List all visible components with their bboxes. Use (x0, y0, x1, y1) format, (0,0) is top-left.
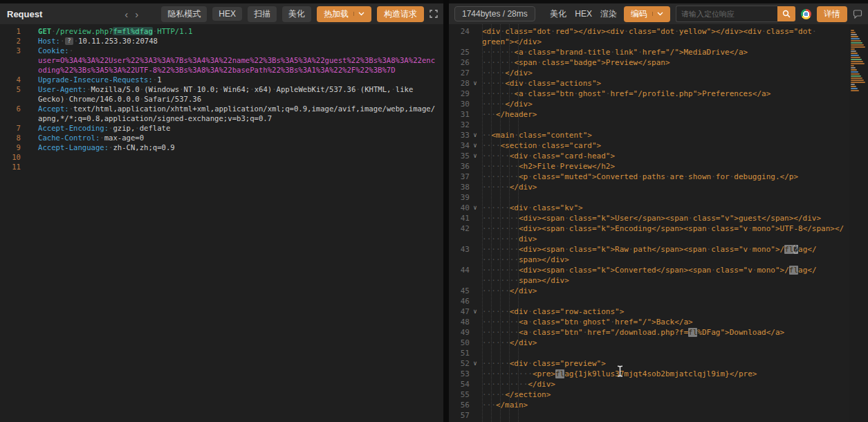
code-line[interactable]: 53···········<pre>flag{1jk9llus37mjqt4so… (449, 369, 868, 379)
code-line[interactable]: 6Accept:·text/html,application/xhtml+xml… (0, 104, 443, 113)
code-line[interactable]: 8Cache-Control:·max-age=0 (0, 133, 443, 143)
fold-chevron-icon[interactable]: ∨ (470, 306, 481, 317)
code-line[interactable]: 31···</header> (449, 109, 868, 120)
fold-chevron-icon[interactable]: ∨ (470, 140, 481, 151)
code-line[interactable]: user=O%3A4%3A%22User%22%3A3%3A%7Bs%3A4%3… (0, 55, 443, 65)
code-line[interactable]: 28∨·····<div·class="actions"> (449, 78, 868, 89)
code-line[interactable]: 3Cookie:· (0, 46, 443, 55)
code-line[interactable]: 7Accept-Encoding:·gzip,·deflate (0, 123, 443, 133)
line-number: 46 (449, 296, 470, 306)
fold-chevron-icon[interactable]: ∨ (470, 203, 481, 213)
code-line[interactable]: 10 (0, 152, 443, 162)
response-render-button[interactable]: 渲染 (599, 7, 618, 21)
hot-reload-button[interactable]: 热加载 (317, 6, 371, 22)
minimap-line (851, 65, 854, 66)
chevron-down-icon[interactable] (353, 12, 364, 16)
code-line[interactable]: 25·······<a·class="brand-title·link"·hre… (449, 47, 868, 57)
code-line[interactable]: 45······</div> (449, 286, 868, 296)
response-hex-button[interactable]: HEX (573, 8, 593, 20)
history-next-icon[interactable]: › (134, 9, 139, 19)
code-line[interactable]: 1GET·/preview.php?f=fl%dfag·HTTP/1.1 (0, 26, 443, 36)
chevron-down-icon[interactable] (652, 12, 663, 16)
code-line[interactable]: oding%22%3Bs%3A5%3A%22UTF-8%22%3Bs%3A8%3… (0, 65, 443, 75)
fold-chevron-icon[interactable]: ∨ (470, 151, 481, 161)
code-line[interactable]: 9Accept-Language:·zh-CN,zh;q=0.9 (0, 143, 443, 152)
line-content: ······<div·class="preview"> (481, 358, 868, 369)
code-line[interactable]: 11 (0, 162, 443, 172)
code-line[interactable]: 5User-Agent:·Mozilla/5.0·(Windows·NT·10.… (0, 84, 443, 94)
code-line[interactable]: 34∨····<section·class="card"> (449, 140, 868, 151)
code-line[interactable]: 2Host:·?·10.11.253.30:20748 (0, 36, 443, 46)
code-line[interactable]: 57 (449, 410, 868, 421)
response-beautify-button[interactable]: 美化 (548, 7, 568, 21)
line-content: ········span></div> (481, 275, 868, 286)
beautify-button[interactable]: 美化 (282, 6, 311, 22)
code-line[interactable]: 35∨······<div·class="card-head"> (449, 151, 868, 161)
code-line[interactable]: 26·······<span·class="badge">Preview</sp… (449, 57, 868, 68)
fullscreen-icon[interactable] (430, 10, 438, 18)
code-line[interactable]: 41········<div><span·class="k">User</spa… (449, 213, 868, 223)
code-line[interactable]: 54··········</div> (449, 379, 868, 389)
code-line[interactable]: 4Upgrade-Insecure-Requests:·1 (0, 75, 443, 84)
code-line[interactable]: Gecko)·Chrome/146.0.0.0·Safari/537.36 (0, 94, 443, 104)
line-content: GET·/preview.php?f=fl%dfag·HTTP/1.1 (21, 26, 443, 36)
code-line[interactable]: 38······</div> (449, 182, 868, 192)
code-line[interactable]: 40∨······<div·class="kv"> (449, 203, 868, 213)
search-input[interactable] (676, 6, 777, 22)
code-line[interactable]: 33∨··<main·class="content"> (449, 130, 868, 140)
code-line[interactable]: 24<div·class="dot·red"></div><div·class=… (449, 26, 868, 37)
browser-icon[interactable] (801, 9, 811, 19)
code-line[interactable]: 51 (449, 348, 868, 358)
code-line[interactable]: green"></div> (449, 37, 868, 47)
code-line[interactable]: 56···</main> (449, 400, 868, 410)
feedback-icon[interactable] (853, 10, 862, 19)
request-editor[interactable]: 1GET·/preview.php?f=fl%dfag·HTTP/1.12Hos… (0, 24, 443, 422)
panel-divider[interactable] (443, 0, 449, 422)
code-line[interactable]: 27·····</div> (449, 68, 868, 78)
code-line[interactable]: 36········<h2>File·Preview</h2> (449, 161, 868, 172)
response-editor[interactable]: 24<div·class="dot·red"></div><div·class=… (449, 24, 868, 422)
fold-spacer (470, 89, 481, 99)
code-line[interactable]: 37········<p·class="muted">Converted·pat… (449, 172, 868, 182)
code-line[interactable]: 30·····</div> (449, 99, 868, 109)
minimap[interactable] (849, 26, 868, 422)
code-line[interactable]: apng,*/*;q=0.8,application/signed-exchan… (0, 113, 443, 123)
fold-spacer (470, 68, 481, 78)
line-number: 41 (449, 213, 470, 223)
code-line[interactable]: 50······</div> (449, 338, 868, 348)
code-line[interactable]: ········div> (449, 234, 868, 244)
construct-request-button[interactable]: 构造请求 (377, 6, 424, 22)
fold-spacer (470, 348, 481, 358)
line-number: 7 (0, 123, 21, 133)
code-line[interactable]: 47∨······<div·class="row-actions"> (449, 306, 868, 317)
fold-chevron-icon[interactable]: ∨ (470, 130, 481, 140)
code-line[interactable]: 49········<a·class="btn"·href="/download… (449, 327, 868, 338)
code-line[interactable]: 55·····</section> (449, 389, 868, 400)
hex-button[interactable]: HEX (212, 7, 242, 21)
fold-chevron-icon[interactable]: ∨ (470, 78, 481, 89)
minimap-line (851, 30, 854, 31)
code-line[interactable]: 42········<div><span·class="k">Encoding<… (449, 223, 868, 234)
code-line[interactable]: 44········<div><span·class="k">Converted… (449, 265, 868, 275)
fold-chevron-icon[interactable]: ∨ (470, 358, 481, 369)
details-button[interactable]: 详情 (817, 6, 847, 22)
code-line[interactable]: 48········<a·class="btn·ghost"·href="/">… (449, 317, 868, 327)
code-line[interactable]: ········span></div> (449, 275, 868, 286)
code-line[interactable]: 52∨······<div·class="preview"> (449, 358, 868, 369)
code-line[interactable]: 32 (449, 120, 868, 130)
line-content (21, 152, 443, 162)
fold-spacer (470, 234, 481, 244)
code-line[interactable]: 46 (449, 296, 868, 306)
code-line[interactable]: ········span></div> (449, 255, 868, 265)
code-line[interactable]: 29·······<a·class="btn·ghost"·href="/pro… (449, 89, 868, 99)
minimap-line (851, 84, 855, 85)
encode-button[interactable]: 编码 (624, 6, 670, 22)
privacy-mode-button[interactable]: 隐私模式 (161, 6, 207, 22)
line-content: apng,*/*;q=0.8,application/signed-exchan… (21, 113, 443, 123)
code-line[interactable]: 43········<div><span·class="k">Raw·path<… (449, 244, 868, 255)
line-number: 42 (449, 223, 470, 234)
scan-button[interactable]: 扫描 (248, 6, 277, 22)
search-button[interactable] (777, 6, 795, 21)
code-line[interactable]: 39 (449, 192, 868, 203)
history-prev-icon[interactable]: ‹ (124, 9, 129, 19)
